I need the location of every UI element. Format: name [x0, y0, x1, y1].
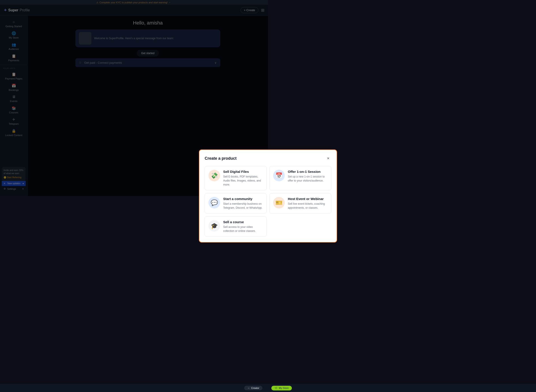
product-card-community[interactable]: 💬 Start a community Start a membership b…	[205, 193, 267, 196]
product-card-digital-files[interactable]: 💸 Sell Digital Files Sell E-books, PDF t…	[205, 166, 267, 191]
modal-title: Create a product	[205, 156, 237, 161]
modal-header: Create a product ×	[205, 155, 268, 162]
digital-files-title: Sell Digital Files	[223, 170, 263, 173]
digital-files-icon: 💸	[209, 170, 220, 181]
create-product-modal: Create a product × 💸 Sell Digital Files …	[199, 149, 268, 196]
digital-files-desc: Sell E-books, PDF templates, Audio files…	[223, 175, 263, 187]
modal-overlay[interactable]: Create a product × 💸 Sell Digital Files …	[0, 0, 268, 196]
product-info-digital: Sell Digital Files Sell E-books, PDF tem…	[223, 170, 263, 187]
product-grid: 💸 Sell Digital Files Sell E-books, PDF t…	[205, 166, 268, 196]
